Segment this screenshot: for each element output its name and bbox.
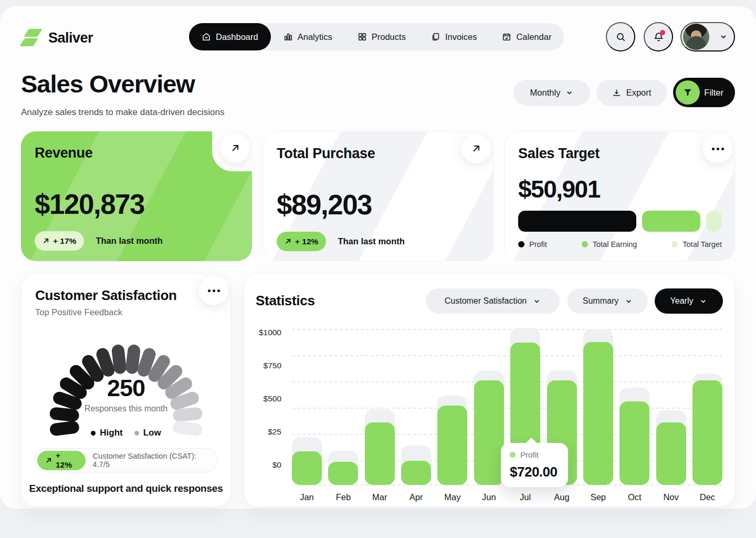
satisfaction-gauge: 250 Responses this month xyxy=(47,326,205,421)
arrow-up-right-icon xyxy=(230,143,240,153)
nav-item-products[interactable]: Products xyxy=(345,23,418,50)
x-tick-label: Apr xyxy=(401,492,431,502)
page-title: Sales Overview xyxy=(21,69,195,98)
legend-dot xyxy=(91,431,96,436)
target-segment-profit xyxy=(518,211,636,232)
avatar xyxy=(683,24,709,50)
csat-summary-pill: + 12% Customer Satisfaction (CSAT): 4.7/… xyxy=(34,448,218,472)
arrow-up-right-icon xyxy=(285,238,291,245)
card-subtitle: Top Positive Feedback xyxy=(35,307,122,317)
revenue-delta-badge: + 17% xyxy=(35,231,84,251)
filter-button-label: Filter xyxy=(704,88,723,98)
purchase-expand-button[interactable] xyxy=(461,134,491,163)
y-tick-label: $750 xyxy=(264,361,281,370)
bar-column-sep[interactable]: Sep xyxy=(583,327,613,485)
arrow-up-right-icon xyxy=(471,143,481,154)
y-tick-label: $500 xyxy=(264,394,281,404)
delta-note: Than last month xyxy=(338,236,404,246)
brand-logo-icon xyxy=(21,28,42,47)
home-icon xyxy=(202,32,211,42)
gauge-segment xyxy=(172,407,203,422)
csat-score-text: Customer Satisfaction (CSAT): 4.7/5 xyxy=(93,452,210,469)
download-icon xyxy=(612,88,621,97)
delta-note: Than last month xyxy=(96,236,162,246)
legend-dot xyxy=(582,241,588,247)
legend-item: Total Target xyxy=(671,240,722,249)
satisfaction-legend: Hight Low xyxy=(22,428,230,438)
x-tick-label: Oct xyxy=(620,492,649,502)
y-tick-label: $25 xyxy=(268,427,281,437)
legend-item: Total Earning xyxy=(582,240,637,249)
purchase-value: $89,203 xyxy=(277,189,372,221)
chevron-down-icon xyxy=(699,297,707,305)
nav-item-dashboard[interactable]: Dashboard xyxy=(189,23,271,50)
tooltip-value: $720.00 xyxy=(510,464,557,480)
notification-dot xyxy=(660,30,665,35)
notifications-button[interactable] xyxy=(644,22,673,51)
revenue-expand-button[interactable] xyxy=(220,133,250,163)
bar-value xyxy=(365,422,395,485)
sales-target-card: Sales Target $50,901 Profit Total Earnin… xyxy=(504,131,735,261)
chevron-down-icon xyxy=(533,297,541,305)
bar-column-may[interactable]: May xyxy=(437,327,467,485)
bar-column-jun[interactable]: Jun xyxy=(474,327,504,485)
ellipsis-icon xyxy=(712,148,724,150)
target-segment-total-earning xyxy=(642,211,700,232)
statistics-view-dropdown[interactable]: Summary xyxy=(568,288,648,314)
bar-chart: $1000$750$500$25$0 JanFebMarAprMayJunJul… xyxy=(292,327,722,485)
dashboard-screen: Saliver Dashboard Analytics Products Inv… xyxy=(0,0,756,538)
legend-item-high: Hight xyxy=(91,428,122,438)
satisfaction-more-button[interactable] xyxy=(199,276,228,305)
revenue-value: $120,873 xyxy=(35,188,144,220)
legend-dot xyxy=(518,241,524,247)
arrow-up-right-icon xyxy=(43,237,49,244)
bar-value xyxy=(328,462,358,485)
filter-button[interactable]: Filter xyxy=(673,78,735,107)
period-dropdown[interactable]: Monthly xyxy=(513,80,590,106)
nav-item-invoices[interactable]: Invoices xyxy=(418,23,490,50)
period-dropdown-label: Monthly xyxy=(530,88,561,98)
bar-column-oct[interactable]: Oct xyxy=(620,327,649,485)
statistics-metric-dropdown[interactable]: Customer Satisfaction xyxy=(426,288,560,314)
card-title: Total Purchase xyxy=(277,146,375,162)
bar-column-jan[interactable]: Jan xyxy=(292,327,322,485)
x-tick-label: Nov xyxy=(656,492,686,502)
arrow-up-right-icon xyxy=(45,457,52,464)
y-tick-label: $0 xyxy=(272,460,281,470)
bar-column-apr[interactable]: Apr xyxy=(401,327,431,485)
revenue-card: Revenue $120,873 + 17% Than last month xyxy=(21,131,252,261)
grid-icon xyxy=(358,32,367,42)
nav-item-label: Invoices xyxy=(445,32,477,42)
chevron-down-icon xyxy=(565,89,573,97)
y-tick-label: $1000 xyxy=(259,328,281,337)
bar-value xyxy=(437,406,467,485)
purchase-delta-badge: + 12% xyxy=(277,232,326,251)
user-menu[interactable] xyxy=(680,22,735,51)
invoice-icon xyxy=(431,32,440,42)
chevron-down-icon xyxy=(719,33,728,41)
bar-value xyxy=(620,401,649,485)
x-tick-label: Jun xyxy=(474,492,504,502)
tooltip-dot xyxy=(510,452,516,458)
bar-value xyxy=(401,461,431,485)
export-button[interactable]: Export xyxy=(596,80,667,106)
satisfaction-footnote: Exceptional support and quick responses xyxy=(22,483,230,494)
search-button[interactable] xyxy=(606,22,635,51)
x-tick-label: Sep xyxy=(583,492,613,502)
tooltip-label: Profit xyxy=(520,450,539,459)
target-legend: Profit Total Earning Total Target xyxy=(518,240,722,249)
target-more-button[interactable] xyxy=(703,134,732,163)
bar-column-dec[interactable]: Dec xyxy=(692,327,722,485)
statistics-period-dropdown[interactable]: Yearly xyxy=(655,288,723,314)
filter-icon xyxy=(676,80,700,105)
x-tick-label: Aug xyxy=(547,492,577,502)
bell-icon xyxy=(653,32,664,43)
bar-column-nov[interactable]: Nov xyxy=(656,327,686,485)
legend-dot xyxy=(671,241,678,247)
legend-item-low: Low xyxy=(134,428,161,438)
bar-column-mar[interactable]: Mar xyxy=(365,327,395,485)
nav-item-calendar[interactable]: Calendar xyxy=(489,23,564,50)
nav-item-analytics[interactable]: Analytics xyxy=(271,23,345,50)
nav-item-label: Calendar xyxy=(516,32,551,42)
bar-column-feb[interactable]: Feb xyxy=(328,327,358,485)
